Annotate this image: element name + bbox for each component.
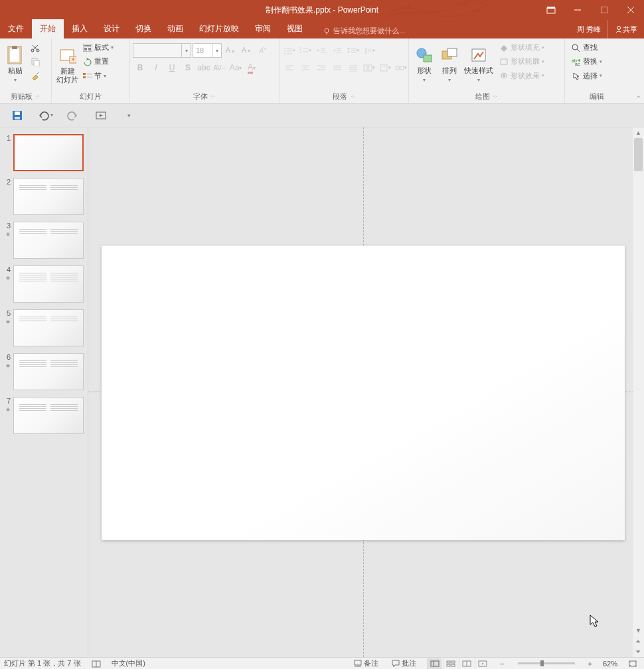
scroll-down-icon[interactable]: ▼ <box>633 625 644 636</box>
font-family-combo[interactable]: ▾ <box>133 43 191 58</box>
columns-button[interactable]: ▾ <box>362 60 376 75</box>
language-indicator[interactable]: 中文(中国) <box>112 658 145 668</box>
format-painter-button[interactable] <box>29 69 41 82</box>
slide-thumb-1[interactable]: 1 <box>0 133 88 177</box>
find-button[interactable]: 查找 <box>570 41 604 54</box>
decrease-font-button[interactable]: A▼ <box>239 43 254 58</box>
reading-view-button[interactable] <box>459 658 473 669</box>
select-button[interactable]: 选择▾ <box>570 69 604 82</box>
tell-me-box[interactable]: 告诉我您想要做什么... <box>317 23 410 38</box>
font-color-button[interactable]: A▾ <box>244 60 259 75</box>
slide-thumbnail-panel[interactable]: 1 2 3★ 4★ 5★ 6★ 7★ <box>0 127 88 657</box>
chevron-down-icon[interactable]: ▾ <box>212 44 221 57</box>
change-case-button[interactable]: Aa▾ <box>228 60 243 75</box>
qat-customize-button[interactable]: ▾ <box>121 108 137 123</box>
align-right-button[interactable] <box>314 60 329 75</box>
spell-check-button[interactable] <box>89 660 104 668</box>
clear-formatting-button[interactable]: A <box>255 43 270 58</box>
current-slide[interactable] <box>102 246 625 540</box>
shape-fill-button[interactable]: 形状填充▾ <box>498 41 546 54</box>
underline-button[interactable]: U <box>165 60 179 75</box>
comments-button[interactable]: 批注 <box>389 658 419 668</box>
tab-review[interactable]: 审阅 <box>247 19 279 38</box>
bold-button[interactable]: B <box>133 60 147 75</box>
shape-outline-button[interactable]: 形状轮廓▾ <box>498 55 546 68</box>
slide-thumb-3[interactable]: 3★ <box>0 220 88 264</box>
tab-file[interactable]: 文件 <box>0 19 32 38</box>
distributed-button[interactable] <box>346 60 361 75</box>
increase-font-button[interactable]: A▲ <box>223 43 238 58</box>
justify-button[interactable] <box>330 60 345 75</box>
bullets-button[interactable]: ▾ <box>282 43 297 58</box>
paragraph-launcher[interactable]: ⁘ <box>350 94 355 100</box>
font-size-input[interactable] <box>193 44 212 57</box>
start-from-beginning-button[interactable] <box>93 108 109 123</box>
account-name[interactable]: 周 秀峰 <box>570 25 607 35</box>
tab-transitions[interactable]: 切换 <box>127 19 159 38</box>
chevron-down-icon[interactable]: ▾ <box>181 44 191 57</box>
minimize-button[interactable] <box>564 0 591 20</box>
align-left-button[interactable] <box>282 60 297 75</box>
italic-button[interactable]: I <box>149 60 163 75</box>
replace-button[interactable]: abac替换▾ <box>570 55 604 68</box>
vertical-scrollbar[interactable]: ▲ ▼ ⏶ ⏷ <box>633 127 644 657</box>
decrease-indent-button[interactable] <box>314 43 329 58</box>
layout-button[interactable]: 版式▾ <box>82 41 115 54</box>
zoom-out-button[interactable]: − <box>497 660 507 668</box>
shape-effects-button[interactable]: 形状效果▾ <box>498 69 546 82</box>
scroll-thumb[interactable] <box>634 138 643 171</box>
slide-thumb-7[interactable]: 7★ <box>0 396 88 439</box>
slide-thumb-5[interactable]: 5★ <box>0 308 88 352</box>
paste-button[interactable]: 粘贴▾ <box>3 40 28 86</box>
numbering-button[interactable]: 12▾ <box>298 43 313 58</box>
redo-button[interactable] <box>65 108 81 123</box>
smartart-button[interactable]: ▾ <box>394 60 408 75</box>
new-slide-button[interactable]: ✶ 新建 幻灯片 <box>54 40 80 86</box>
line-spacing-button[interactable]: ▾ <box>346 43 361 58</box>
strikethrough-button[interactable]: abc <box>197 60 211 75</box>
undo-button[interactable]: ▾ <box>37 108 53 123</box>
slide-counter[interactable]: 幻灯片 第 1 张，共 7 张 <box>4 658 81 668</box>
zoom-slider[interactable] <box>518 662 575 664</box>
slide-thumb-6[interactable]: 6★ <box>0 352 88 396</box>
fit-to-window-button[interactable] <box>625 660 640 668</box>
copy-button[interactable] <box>29 55 41 68</box>
quick-styles-button[interactable]: 快速样式▾ <box>462 40 495 86</box>
char-spacing-button[interactable]: AV↔ <box>212 60 227 75</box>
normal-view-button[interactable] <box>427 658 442 669</box>
section-button[interactable]: 节▾ <box>82 69 115 82</box>
slide-thumb-4[interactable]: 4★ <box>0 264 88 308</box>
scroll-up-icon[interactable]: ▲ <box>633 127 644 138</box>
maximize-button[interactable] <box>591 0 617 20</box>
font-size-combo[interactable]: ▾ <box>193 43 222 58</box>
tab-view[interactable]: 视图 <box>279 19 311 38</box>
tab-animations[interactable]: 动画 <box>159 19 191 38</box>
zoom-handle[interactable] <box>540 660 544 666</box>
cut-button[interactable] <box>29 41 41 54</box>
tab-home[interactable]: 开始 <box>32 19 64 38</box>
clipboard-launcher[interactable]: ⁘ <box>35 94 40 100</box>
shapes-button[interactable]: 形状▾ <box>412 40 437 86</box>
tab-insert[interactable]: 插入 <box>64 19 96 38</box>
slide-editor[interactable]: ▲ ▼ ⏶ ⏷ <box>88 127 644 657</box>
close-button[interactable] <box>617 0 644 20</box>
zoom-level[interactable]: 62% <box>603 660 617 668</box>
align-text-button[interactable]: ▾ <box>378 60 392 75</box>
font-family-input[interactable] <box>133 44 181 57</box>
next-slide-icon[interactable]: ⏷ <box>633 646 644 657</box>
ribbon-display-options[interactable] <box>538 0 564 20</box>
slideshow-view-button[interactable] <box>475 658 489 669</box>
font-launcher[interactable]: ⁘ <box>210 94 216 100</box>
reset-button[interactable]: 重置 <box>82 55 115 68</box>
increase-indent-button[interactable] <box>330 43 345 58</box>
tab-design[interactable]: 设计 <box>96 19 127 38</box>
collapse-ribbon-button[interactable]: ⌃ <box>636 95 641 102</box>
tab-slideshow[interactable]: 幻灯片放映 <box>191 19 247 38</box>
shadow-button[interactable]: S <box>181 60 195 75</box>
align-center-button[interactable] <box>298 60 313 75</box>
save-button[interactable] <box>9 108 25 123</box>
zoom-in-button[interactable]: + <box>586 660 595 668</box>
sorter-view-button[interactable] <box>443 658 457 669</box>
drawing-launcher[interactable]: ⁘ <box>493 94 498 100</box>
share-button[interactable]: 共享 <box>607 20 644 38</box>
